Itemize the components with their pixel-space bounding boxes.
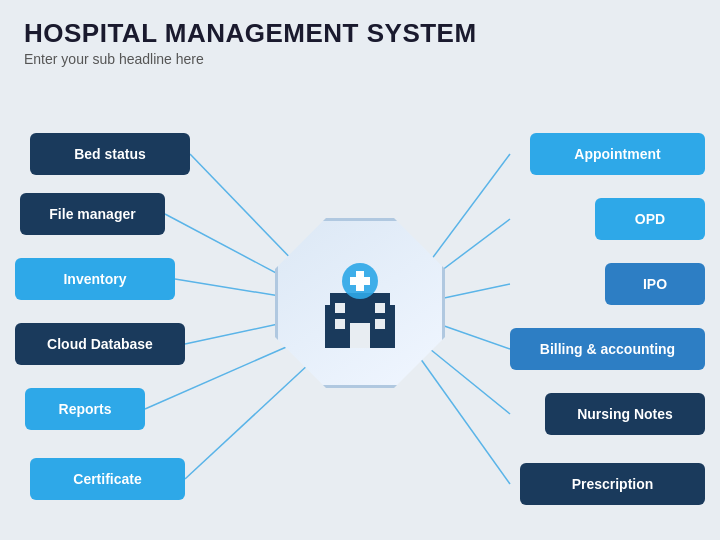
svg-rect-20 — [350, 277, 370, 285]
billing-button[interactable]: Billing & accounting — [510, 328, 705, 370]
inventory-button[interactable]: Inventory — [15, 258, 175, 300]
prescription-button[interactable]: Prescription — [520, 463, 705, 505]
svg-line-0 — [190, 154, 300, 268]
svg-line-5 — [185, 363, 310, 479]
ipo-button[interactable]: IPO — [605, 263, 705, 305]
reports-button[interactable]: Reports — [25, 388, 145, 430]
svg-rect-17 — [375, 319, 385, 329]
cloud-database-button[interactable]: Cloud Database — [15, 323, 185, 365]
hospital-icon — [310, 253, 410, 353]
subtitle: Enter your sub headline here — [24, 51, 696, 67]
svg-rect-21 — [325, 305, 333, 348]
main-title: HOSPITAL MANAGEMENT SYSTEM — [24, 18, 696, 49]
svg-rect-13 — [350, 323, 370, 348]
svg-rect-15 — [335, 319, 345, 329]
svg-rect-14 — [335, 303, 345, 313]
svg-rect-22 — [387, 305, 395, 348]
svg-rect-16 — [375, 303, 385, 313]
appointment-button[interactable]: Appointment — [530, 133, 705, 175]
certificate-button[interactable]: Certificate — [30, 458, 185, 500]
bed-status-button[interactable]: Bed status — [30, 133, 190, 175]
opd-button[interactable]: OPD — [595, 198, 705, 240]
svg-line-2 — [175, 279, 292, 298]
svg-line-10 — [425, 345, 510, 414]
file-manager-button[interactable]: File manager — [20, 193, 165, 235]
nursing-notes-button[interactable]: Nursing Notes — [545, 393, 705, 435]
center-hub — [275, 218, 445, 388]
diagram-area: Bed status File manager Inventory Cloud … — [0, 73, 720, 533]
header: HOSPITAL MANAGEMENT SYSTEM Enter your su… — [0, 0, 720, 73]
